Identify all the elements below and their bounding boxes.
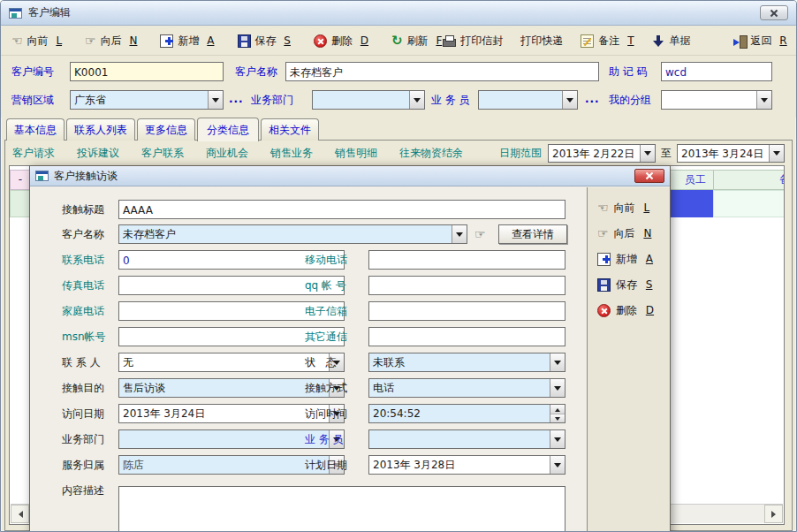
email-input[interactable] [368, 301, 565, 321]
window-title: 客户编辑 [28, 5, 71, 20]
side-next-button[interactable]: ☞向后 N [597, 224, 670, 242]
main-toolbar: ☜向前 L ☞向后 N 新增 A 保存 S 删除 D ↻刷新 F 打印信封 打印… [1, 27, 796, 56]
grid-cell[interactable] [713, 190, 785, 217]
chevron-down-icon [550, 379, 565, 397]
toolbar-delete-button[interactable]: 删除 D [314, 34, 368, 49]
tab-contact-list[interactable]: 联系人列表 [66, 118, 135, 141]
shortcut-key: N [129, 34, 137, 47]
printer-icon [442, 34, 456, 48]
dialog-title: 客户接触访谈 [54, 169, 118, 184]
region-ellipsis-button[interactable]: ... [229, 90, 244, 110]
chevron-down-icon [452, 225, 467, 243]
other-contact-label: 其它通信 [305, 327, 347, 346]
visit-time-label: 访问时间 [305, 404, 347, 423]
toolbar-forward-button[interactable]: ☜向前 L [11, 34, 62, 49]
delete-icon [314, 34, 327, 48]
salesman-label: 业 务 员 [431, 90, 470, 110]
toolbar-note-button[interactable]: 备注 T [581, 34, 634, 49]
button-label: 新增 [178, 34, 202, 49]
side-forward-button[interactable]: ☜向前 L [597, 199, 670, 217]
toolbar-next-button[interactable]: ☞向后 N [85, 34, 137, 49]
toolbar-documents-button[interactable]: 单据 [652, 34, 691, 49]
contact-title-input[interactable]: AAAA [118, 200, 565, 219]
subtab-goods-balance[interactable]: 往来物资结余 [399, 146, 463, 161]
spinner-buttons[interactable] [550, 405, 565, 422]
dialog-salesman-dropdown[interactable] [368, 429, 565, 449]
plan-date-dropdown[interactable]: 2013年 3月28日 [368, 455, 565, 475]
return-icon [733, 34, 747, 48]
description-label: 内容描述 [62, 481, 104, 500]
status-dropdown[interactable]: 未联系 [368, 353, 565, 372]
salesman-dropdown[interactable] [478, 90, 578, 110]
chevron-down-icon [550, 456, 565, 474]
date-from-dropdown[interactable]: 2013年 2月22日 [548, 144, 656, 163]
visit-date-label: 访问日期 [62, 404, 104, 423]
other-contact-input[interactable] [368, 327, 565, 346]
date-range-label: 日期范围 [499, 146, 542, 161]
qq-input[interactable] [368, 276, 565, 295]
toolbar-refresh-button[interactable]: ↻刷新 F [391, 34, 442, 49]
tab-basic-info[interactable]: 基本信息 [6, 118, 65, 141]
shortcut-key: R [779, 34, 786, 47]
region-label: 营销区域 [11, 90, 54, 110]
side-add-button[interactable]: 新增 A [597, 250, 670, 268]
dialog-dept-value [119, 430, 329, 448]
grid-header-note: 备注 [713, 170, 785, 190]
dept-dropdown[interactable] [312, 90, 425, 110]
hand-left-icon: ☜ [11, 34, 23, 47]
customer-name-input[interactable]: 未存档客户 [285, 62, 599, 81]
subtab-complaint-suggestion[interactable]: 投诉建议 [77, 146, 119, 161]
button-label: 删除 [616, 303, 641, 318]
toolbar-print-express-button[interactable]: 打印快递 [520, 34, 563, 49]
region-value: 广东省 [71, 91, 208, 109]
description-textarea[interactable] [118, 486, 565, 532]
scroll-left-button[interactable] [11, 505, 29, 523]
toolbar-return-button[interactable]: 返回 R [733, 34, 787, 49]
customer-code-input[interactable]: K0001 [70, 62, 224, 81]
tab-category-info[interactable]: 分类信息 [197, 118, 259, 141]
shortcut-key: L [56, 34, 62, 47]
chevron-down-icon [562, 91, 577, 109]
region-dropdown[interactable]: 广东省 [70, 90, 224, 110]
subtab-business-opportunity[interactable]: 商业机会 [206, 146, 248, 161]
mobile-label: 移动电话 [305, 250, 347, 270]
tab-related-files[interactable]: 相关文件 [261, 118, 319, 141]
subtab-customer-request[interactable]: 客户请求 [12, 146, 55, 161]
subtab-customer-contact[interactable]: 客户联系 [141, 146, 184, 161]
toolbar-add-button[interactable]: 新增 A [160, 34, 214, 49]
toolbar-save-button[interactable]: 保存 S [238, 34, 291, 49]
dialog-customer-name-dropdown[interactable]: 未存档客户 [118, 224, 467, 244]
subtab-sales-business[interactable]: 销售业务 [270, 146, 313, 161]
shortcut-key: F [436, 34, 442, 47]
dialog-customer-name-value: 未存档客户 [119, 225, 452, 243]
visit-time-spinner[interactable]: 20:54:52 [368, 404, 565, 423]
view-detail-button[interactable]: 查看详情 [498, 224, 567, 244]
mobile-input[interactable] [368, 250, 565, 270]
shortcut-key: A [646, 253, 653, 265]
customer-header-form: 客户编号 K0001 客户名称 未存档客户 助 记 码 wcd 营销区域 广东省… [1, 56, 796, 118]
date-from-value: 2013年 2月22日 [549, 145, 640, 162]
mnemonic-input[interactable]: wcd [661, 62, 772, 81]
toolbar-right-group: 打印信封 打印快递 备注 T 单据 返回 R [442, 34, 786, 49]
toolbar-print-envelope-button[interactable]: 打印信封 [442, 34, 503, 49]
method-value: 电话 [369, 379, 550, 397]
salesman-ellipsis-button[interactable]: ... [585, 90, 600, 110]
shortcut-key: S [646, 278, 653, 291]
subtab-sales-detail[interactable]: 销售明细 [335, 146, 377, 161]
side-save-button[interactable]: 保存 S [597, 276, 670, 293]
add-icon [160, 34, 173, 48]
customer-name-label: 客户名称 [235, 62, 277, 81]
status-value: 未联系 [369, 353, 550, 371]
tab-more-info[interactable]: 更多信息 [137, 118, 195, 141]
button-label: 向后 [101, 34, 125, 49]
side-delete-button[interactable]: 删除 D [597, 301, 670, 319]
pointer-icon[interactable]: ☞ [474, 228, 486, 240]
my-group-dropdown[interactable] [661, 90, 772, 110]
chevron-down-icon [550, 353, 565, 371]
window-close-button[interactable] [760, 5, 788, 20]
date-to-dropdown[interactable]: 2013年 3月24日 [677, 144, 785, 163]
scroll-right-button[interactable] [764, 505, 783, 523]
close-icon [770, 9, 778, 18]
dialog-close-button[interactable] [634, 169, 664, 183]
method-dropdown[interactable]: 电话 [368, 378, 565, 398]
